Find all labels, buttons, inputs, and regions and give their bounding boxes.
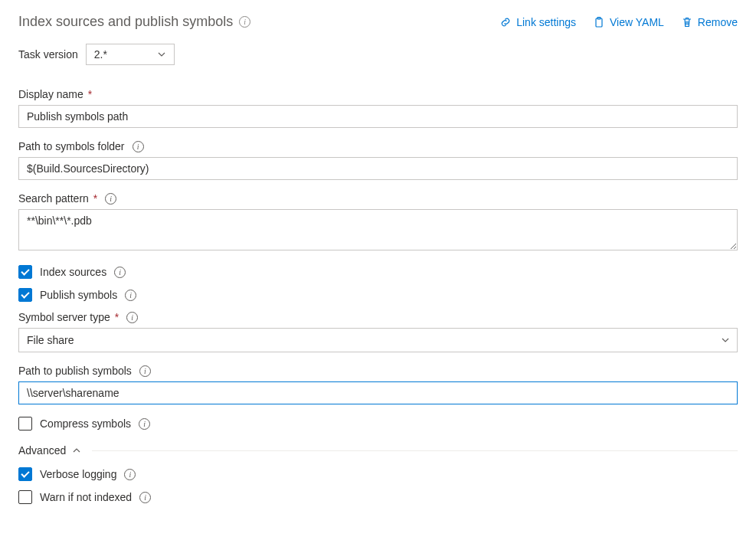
display-name-input[interactable] bbox=[18, 105, 738, 128]
clipboard-icon bbox=[593, 16, 605, 28]
server-type-label: Symbol server type * bbox=[18, 311, 119, 323]
info-icon[interactable] bbox=[239, 16, 250, 28]
search-pattern-label: Search pattern * bbox=[18, 192, 97, 205]
view-yaml-button[interactable]: View YAML bbox=[593, 16, 664, 28]
verbose-label: Verbose logging bbox=[40, 468, 116, 480]
task-version-label: Task version bbox=[18, 48, 78, 61]
compress-checkbox[interactable] bbox=[18, 417, 32, 431]
remove-label: Remove bbox=[698, 16, 738, 28]
compress-label: Compress symbols bbox=[40, 417, 131, 430]
header-actions: Link settings View YAML Remove bbox=[499, 16, 738, 28]
title-wrap: Index sources and publish symbols bbox=[18, 14, 250, 30]
link-settings-label: Link settings bbox=[516, 16, 576, 28]
info-icon[interactable] bbox=[125, 290, 136, 301]
compress-row: Compress symbols bbox=[18, 417, 738, 431]
svg-rect-0 bbox=[596, 18, 602, 27]
link-settings-button[interactable]: Link settings bbox=[499, 16, 576, 28]
index-sources-checkbox[interactable] bbox=[18, 265, 32, 279]
display-name-label: Display name * bbox=[18, 88, 92, 100]
publish-symbols-row: Publish symbols bbox=[18, 288, 738, 302]
display-name-field: Display name * bbox=[18, 88, 738, 128]
symbols-folder-input[interactable] bbox=[18, 157, 738, 180]
server-type-select[interactable]: File share bbox=[18, 328, 738, 352]
publish-path-label: Path to publish symbols bbox=[18, 365, 132, 377]
server-type-field: Symbol server type * File share bbox=[18, 311, 738, 352]
info-icon[interactable] bbox=[105, 193, 116, 205]
index-sources-label: Index sources bbox=[40, 266, 106, 278]
warn-checkbox[interactable] bbox=[18, 490, 32, 504]
page-title: Index sources and publish symbols bbox=[18, 14, 233, 30]
task-version-row: Task version 2.* bbox=[18, 44, 738, 65]
info-icon[interactable] bbox=[133, 141, 144, 152]
warn-label: Warn if not indexed bbox=[40, 491, 132, 503]
remove-button[interactable]: Remove bbox=[681, 16, 738, 28]
section-divider bbox=[92, 450, 738, 451]
task-version-value: 2.* bbox=[94, 48, 107, 61]
verbose-checkbox[interactable] bbox=[18, 467, 32, 481]
info-icon[interactable] bbox=[139, 418, 150, 430]
publish-path-field: Path to publish symbols bbox=[18, 365, 738, 404]
link-icon bbox=[499, 16, 512, 28]
search-pattern-field: Search pattern * bbox=[18, 192, 738, 253]
info-icon[interactable] bbox=[114, 267, 126, 278]
trash-icon bbox=[681, 16, 693, 28]
header: Index sources and publish symbols Link s… bbox=[18, 14, 738, 30]
advanced-section-header[interactable]: Advanced bbox=[18, 444, 738, 457]
chevron-down-icon bbox=[157, 50, 166, 59]
chevron-up-icon bbox=[72, 446, 81, 455]
publish-path-input[interactable] bbox=[18, 381, 738, 404]
symbols-folder-field: Path to symbols folder bbox=[18, 140, 738, 180]
verbose-row: Verbose logging bbox=[18, 467, 738, 481]
index-sources-row: Index sources bbox=[18, 265, 738, 279]
advanced-title: Advanced bbox=[18, 444, 66, 457]
symbols-folder-label: Path to symbols folder bbox=[18, 140, 125, 152]
info-icon[interactable] bbox=[124, 469, 136, 480]
info-icon[interactable] bbox=[139, 365, 151, 377]
server-type-value: File share bbox=[27, 334, 74, 346]
search-pattern-input[interactable] bbox=[18, 209, 738, 250]
view-yaml-label: View YAML bbox=[610, 16, 664, 28]
info-icon[interactable] bbox=[139, 492, 151, 503]
info-icon[interactable] bbox=[126, 312, 138, 323]
publish-symbols-checkbox[interactable] bbox=[18, 288, 32, 302]
task-version-select[interactable]: 2.* bbox=[86, 44, 175, 65]
publish-symbols-label: Publish symbols bbox=[40, 289, 117, 301]
warn-row: Warn if not indexed bbox=[18, 490, 738, 504]
